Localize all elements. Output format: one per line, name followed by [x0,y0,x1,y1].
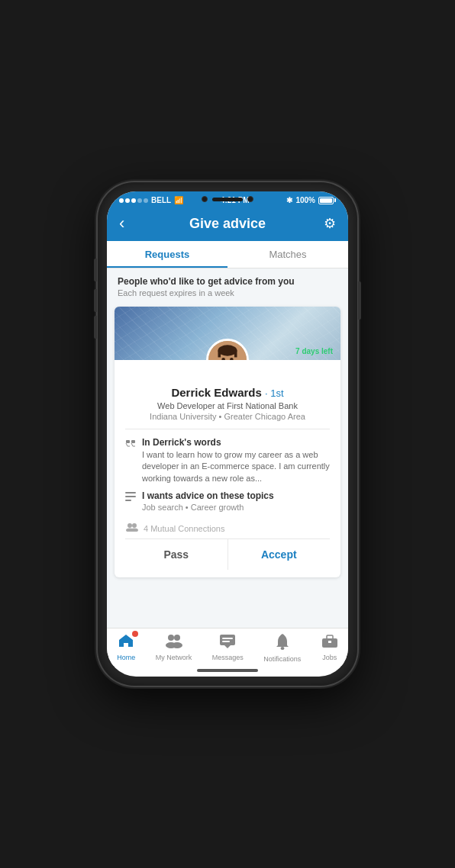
nav-item-network[interactable]: My Network [156,633,192,663]
connection-degree: · 1st [265,387,284,399]
section-subtitle: Each request expires in a week [118,288,337,297]
pass-button[interactable]: Pass [125,539,228,570]
dot-5 [144,198,148,203]
svg-point-22 [172,642,182,648]
svg-rect-12 [125,492,136,493]
section-header: People who'd like to get advice from you… [107,268,348,302]
svg-rect-10 [126,440,130,443]
page-title: Give advice [155,216,299,232]
tab-requests[interactable]: Requests [107,241,228,268]
phone-screen: BELL 📶 4:21 PM ✱ 100% ‹ Give advice ⚙ [107,191,348,677]
topics-label: I wants advice on these topics [142,490,274,501]
notifications-label: Notifications [263,655,301,663]
days-left-badge: 7 days left [295,347,333,355]
messages-label: Messages [212,654,244,661]
svg-rect-6 [234,351,237,358]
svg-point-4 [218,345,237,355]
dot-4 [137,198,142,203]
nav-item-messages[interactable]: Messages [212,633,244,663]
in-their-words-section: In Derrick's words I want to learn how t… [125,437,330,484]
main-content: People who'd like to get advice from you… [107,268,348,628]
svg-rect-26 [222,641,230,642]
bottom-navigation: Home My Network [107,628,348,666]
home-indicator [197,669,258,672]
svg-point-20 [174,635,180,641]
svg-point-19 [168,635,174,641]
messages-icon [219,633,236,652]
notifications-icon [275,633,290,654]
topics-content: I wants advice on these topics Job searc… [142,490,274,512]
speaker [212,198,243,201]
home-icon [118,633,134,652]
status-right: ✱ 100% [286,196,336,204]
person-location: Indiana University • Greater Chicago Are… [125,412,330,421]
nav-item-jobs[interactable]: Jobs [321,633,338,663]
avatar-image [208,341,247,360]
phone-top-bar [202,196,253,202]
back-button[interactable]: ‹ [119,214,155,233]
carrier-label: BELL [151,196,171,204]
svg-rect-30 [328,641,331,643]
words-content: In Derrick's words I want to learn how t… [142,437,330,484]
status-left: BELL 📶 [119,196,183,204]
dot-1 [119,198,124,203]
svg-rect-23 [220,635,235,645]
home-badge [132,631,138,637]
navigation-bar: ‹ Give advice ⚙ [107,207,348,241]
settings-button[interactable]: ⚙ [300,215,336,232]
profile-card: 7 days left Derrick Edwards · 1st Web De… [115,307,340,577]
words-label: In Derrick's words [142,437,330,448]
card-body: Derrick Edwards · 1st Web Developer at F… [115,360,340,577]
svg-point-16 [132,523,137,528]
battery-indicator [318,197,336,204]
tab-bar: Requests Matches [107,241,348,268]
words-text: I want to learn how to grow my career as… [142,449,330,484]
nav-item-notifications[interactable]: Notifications [263,633,301,663]
dot-2 [125,198,130,203]
accept-button[interactable]: Accept [228,539,331,570]
person-name: Derrick Edwards · 1st [125,386,330,399]
svg-rect-5 [218,351,221,358]
home-label: Home [117,654,135,661]
camera-2 [247,196,253,202]
card-header-background: 7 days left [115,307,340,360]
svg-rect-13 [125,496,136,497]
svg-rect-11 [131,440,135,443]
svg-point-15 [127,523,132,528]
person-job-title: Web Developer at First National Bank [125,401,330,410]
svg-rect-25 [222,638,233,639]
avatar [206,339,249,360]
topics-text: Job search • Career growth [142,503,274,512]
mutual-connections-row: 4 Mutual Connections [125,518,330,535]
phone-frame: BELL 📶 4:21 PM ✱ 100% ‹ Give advice ⚙ [98,182,357,686]
topics-section: I wants advice on these topics Job searc… [125,490,330,512]
jobs-icon [321,633,338,652]
camera [202,196,208,202]
divider [125,429,330,429]
quote-icon [125,438,136,484]
tab-matches[interactable]: Matches [228,241,348,268]
network-icon [164,633,182,652]
wifi-icon: 📶 [174,196,183,204]
svg-marker-24 [224,645,231,648]
network-label: My Network [156,654,192,661]
battery-percent: 100% [295,196,315,204]
bluetooth-icon: ✱ [286,196,292,204]
svg-rect-29 [327,635,333,639]
dot-3 [131,198,136,203]
jobs-label: Jobs [322,654,337,661]
nav-item-home[interactable]: Home [117,633,135,663]
signal-dots [119,198,148,203]
section-title: People who'd like to get advice from you [118,276,337,287]
mutual-connections-text: 4 Mutual Connections [144,524,224,533]
svg-rect-14 [125,500,131,501]
topics-icon [125,491,136,512]
action-buttons: Pass Accept [125,538,330,570]
connections-icon [125,522,139,534]
svg-point-27 [280,647,284,650]
